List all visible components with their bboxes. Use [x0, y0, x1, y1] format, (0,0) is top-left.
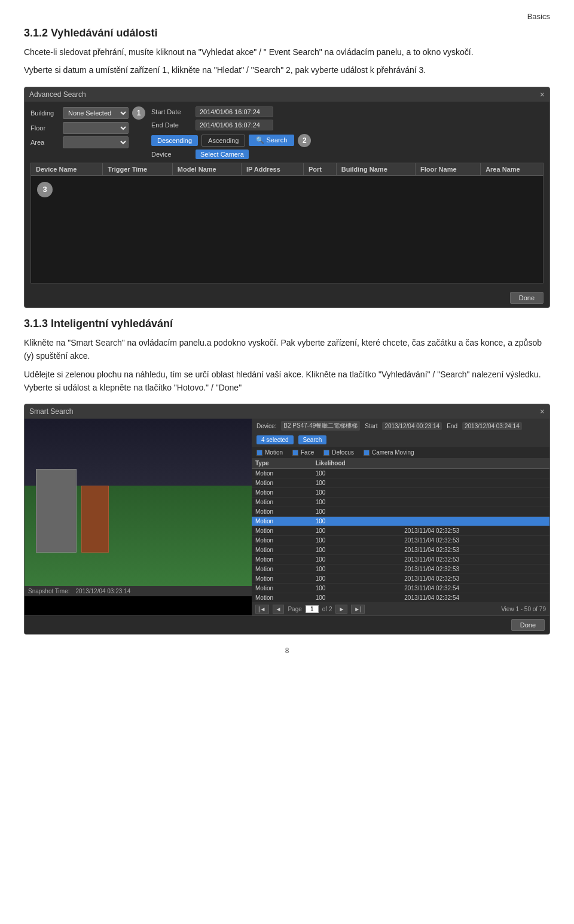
table-row[interactable]: Motion 100: [252, 469, 549, 478]
smart-close-icon[interactable]: ×: [540, 407, 545, 416]
ascending-button[interactable]: Ascending: [201, 135, 245, 147]
cell-type: Motion: [252, 507, 312, 517]
end-date-label: End Date: [151, 121, 192, 129]
smart-top-bar: Device: B2 PS47-49餐廳二電梯樓梯 Start 2013/12/…: [252, 419, 549, 447]
smart-info-bar: Snapshot Time: 2013/12/04 03:23:14: [25, 586, 252, 596]
cell-type: Motion: [252, 498, 312, 507]
col-building-name: Building Name: [336, 163, 415, 175]
cell-type: Motion: [252, 488, 312, 498]
cell-type: Motion: [252, 545, 312, 555]
cell-type: Motion: [252, 469, 312, 478]
advanced-search-dialog: Advanced Search × Building None Selected…: [24, 87, 550, 308]
cell-time: 2013/11/04 02:32:53: [401, 526, 549, 536]
building-select[interactable]: None Selected: [63, 107, 129, 119]
dialog-body: Building None Selected 1 Floor Area: [25, 102, 549, 288]
table-row[interactable]: Motion 100: [252, 517, 549, 526]
col-floor-name: Floor Name: [416, 163, 481, 175]
filter-camera-moving-label: Camera Moving: [372, 449, 414, 456]
result-table-body: 3: [31, 175, 544, 283]
filter-motion-check[interactable]: [257, 450, 262, 456]
table-row[interactable]: Motion 100 2013/11/04 02:32:53: [252, 565, 549, 574]
adv-done-button[interactable]: Done: [510, 292, 544, 304]
col-area-name: Area Name: [481, 163, 544, 175]
table-row[interactable]: Motion 100: [252, 478, 549, 488]
cell-type: Motion: [252, 478, 312, 488]
col-time: [401, 458, 549, 469]
cell-type: Motion: [252, 517, 312, 526]
cell-type: Motion: [252, 526, 312, 536]
smart-table: Type Likelihood Motion 100 Motion 100 Mo…: [252, 458, 549, 603]
cell-time: [401, 488, 549, 498]
page-header: Basics: [24, 12, 550, 21]
table-row[interactable]: Motion 100 2013/11/04 02:32:53: [252, 526, 549, 536]
smart-titlebar: Smart Search ×: [25, 404, 549, 419]
smart-header-row: Type Likelihood: [252, 458, 549, 469]
smart-table-footer: |◄ ◄ Page of 2 ► ►| View 1 - 50 of 79: [252, 603, 549, 615]
section2-para2: Udělejte si zelenou plochu na náhledu, t…: [24, 368, 550, 395]
table-row[interactable]: Motion 100 2013/11/04 02:32:53: [252, 536, 549, 545]
smart-search-button[interactable]: Search: [298, 435, 327, 444]
area-row: Area: [30, 136, 145, 148]
dialog-footer: Done: [25, 288, 549, 307]
smart-video-panel: Snapshot Time: 2013/12/04 03:23:14: [25, 419, 252, 615]
badge-1: 1: [132, 106, 145, 120]
cell-type: Motion: [252, 536, 312, 545]
video-preview: [25, 419, 252, 586]
descending-button[interactable]: Descending: [151, 135, 198, 146]
table-row[interactable]: Motion 100 2013/11/04 02:32:54: [252, 593, 549, 603]
table-row[interactable]: Motion 100 2013/11/04 02:32:53: [252, 545, 549, 555]
table-row[interactable]: Motion 100 2013/11/04 02:32:54: [252, 584, 549, 593]
smart-done-button[interactable]: Done: [511, 619, 545, 631]
filter-face-check[interactable]: [292, 450, 298, 456]
col-port: Port: [303, 163, 336, 175]
filter-motion-label: Motion: [265, 449, 283, 456]
filter-camera-moving-check[interactable]: [364, 450, 370, 456]
floor-select[interactable]: [63, 122, 129, 134]
cell-likelihood: 100: [312, 488, 401, 498]
smart-selected-button[interactable]: 4 selected: [257, 435, 294, 444]
cell-time: [401, 478, 549, 488]
table-row[interactable]: Motion 100: [252, 498, 549, 507]
dialog-close-icon[interactable]: ×: [540, 90, 545, 99]
cell-time: [401, 507, 549, 517]
cell-likelihood: 100: [312, 555, 401, 565]
page-number: 8: [24, 647, 550, 655]
cell-likelihood: 100: [312, 526, 401, 536]
cell-time: [401, 469, 549, 478]
smart-body: Snapshot Time: 2013/12/04 03:23:14 Devic…: [25, 419, 549, 615]
section-para2: Vyberte si datum a umístění zařízení 1, …: [24, 63, 550, 77]
page-label: Page: [288, 606, 301, 612]
floor-row: Floor: [30, 122, 145, 134]
search-button[interactable]: 🔍 Search: [249, 135, 294, 146]
nav-next-button[interactable]: ►: [335, 605, 347, 614]
basics-label: Basics: [527, 12, 550, 21]
nav-first-button[interactable]: |◄: [255, 605, 269, 614]
filter-face: Face: [292, 449, 314, 456]
start-date-label: Start Date: [151, 108, 192, 115]
table-row[interactable]: Motion 100: [252, 507, 549, 517]
page-input[interactable]: [306, 605, 319, 613]
nav-prev-button[interactable]: ◄: [273, 605, 285, 614]
area-select[interactable]: [63, 136, 129, 148]
nav-last-button[interactable]: ►|: [351, 605, 365, 614]
smart-table-head: Type Likelihood: [252, 458, 549, 469]
filter-defocus-check[interactable]: [323, 450, 329, 456]
adv-search-top: Building None Selected 1 Floor Area: [30, 106, 544, 159]
device-select-button[interactable]: Select Camera: [196, 150, 249, 159]
table-row[interactable]: Motion 100: [252, 488, 549, 498]
col-model-name: Model Name: [172, 163, 241, 175]
filter-motion: Motion: [257, 449, 283, 456]
cell-time: 2013/11/04 02:32:53: [401, 545, 549, 555]
filter-camera-moving: Camera Moving: [364, 449, 414, 456]
section2-para1: Klikněte na "Smart Search" na ovládacím …: [24, 336, 550, 363]
cell-likelihood: 100: [312, 478, 401, 488]
area-label: Area: [30, 139, 59, 146]
snapshot-label: Snapshot Time:: [28, 588, 69, 594]
smart-table-body: Motion 100 Motion 100 Motion 100 Motion …: [252, 469, 549, 603]
cell-time: 2013/11/04 02:32:53: [401, 536, 549, 545]
result-table-head: Device Name Trigger Time Model Name IP A…: [31, 163, 544, 175]
cell-likelihood: 100: [312, 584, 401, 593]
cell-type: Motion: [252, 574, 312, 584]
table-row[interactable]: Motion 100 2013/11/04 02:32:53: [252, 555, 549, 565]
table-row[interactable]: Motion 100 2013/11/04 02:32:53: [252, 574, 549, 584]
